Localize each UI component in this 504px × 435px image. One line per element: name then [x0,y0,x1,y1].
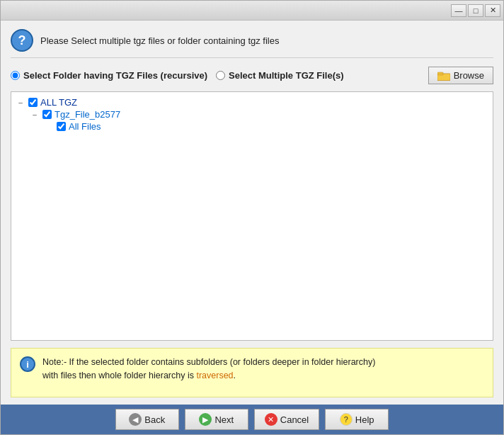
folder-option[interactable]: Select Folder having TGZ Files (recursiv… [11,70,207,81]
header-section: ? Please Select multiple tgz files or fo… [11,29,493,58]
next-button[interactable]: ▶ Next [185,409,248,430]
main-content: ? Please Select multiple tgz files or fo… [1,21,503,405]
title-bar: — □ ✕ [1,1,503,21]
multiple-files-option-label: Select Multiple TGZ File(s) [229,70,344,81]
back-label: Back [144,414,165,425]
folder-option-label: Select Folder having TGZ Files (recursiv… [23,70,207,81]
level2-expander [44,122,54,132]
minimize-button[interactable]: — [451,4,466,17]
level1-checkbox[interactable] [42,110,52,119]
help-label: Help [355,414,374,425]
next-icon: ▶ [199,413,212,426]
cancel-icon: ✕ [265,413,277,426]
close-button[interactable]: ✕ [485,4,500,17]
help-button[interactable]: ? Help [325,409,389,430]
header-text: Please Select multiple tgz files or fold… [40,35,279,46]
options-row: Select Folder having TGZ Files (recursiv… [11,67,493,84]
browse-button[interactable]: Browse [428,67,493,84]
back-button[interactable]: ◀ Back [115,409,179,430]
cancel-button[interactable]: ✕ Cancel [254,409,319,430]
note-text-end: . [234,371,236,380]
browse-label: Browse [454,70,484,81]
level2-checkbox[interactable] [57,122,66,131]
multiple-files-option[interactable]: Select Multiple TGZ File(s) [216,70,344,81]
title-bar-controls: — □ ✕ [451,4,500,17]
tree-node-level1[interactable]: – Tgz_File_b2577 [30,108,488,120]
folder-icon [437,71,450,81]
tree-panel[interactable]: – ALL TGZ – Tgz_File_b2577 All Files [11,91,493,341]
folder-radio[interactable] [11,71,20,80]
tree-children-level1: – Tgz_File_b2577 All Files [16,108,488,132]
note-icon: i [20,356,35,372]
note-text-line2: with files then whole folder hierarchy i… [42,371,196,380]
note-text-line1: Note:- If the selected folder contains s… [42,357,375,367]
note-section: i Note:- If the selected folder contains… [11,348,493,397]
tree-node-root[interactable]: – ALL TGZ [16,96,488,108]
level2-label: All Files [69,121,101,132]
root-label: ALL TGZ [40,97,77,108]
tree-children-level2: All Files [30,120,488,132]
next-label: Next [214,414,234,425]
tree-node-level2[interactable]: All Files [44,120,488,132]
help-icon: ? [340,413,353,426]
note-highlight: traversed [196,371,233,380]
header-icon: ? [11,29,33,52]
root-checkbox[interactable] [28,98,38,107]
multiple-files-radio[interactable] [216,71,225,80]
maximize-button[interactable]: □ [468,4,483,17]
root-expander[interactable]: – [16,98,25,108]
level1-label: Tgz_File_b2577 [55,109,120,120]
bottom-bar: ◀ Back ▶ Next ✕ Cancel ? Help [1,405,503,434]
level1-expander[interactable]: – [30,110,40,120]
back-icon: ◀ [129,413,142,426]
cancel-label: Cancel [280,414,309,425]
note-text: Note:- If the selected folder contains s… [42,356,375,383]
